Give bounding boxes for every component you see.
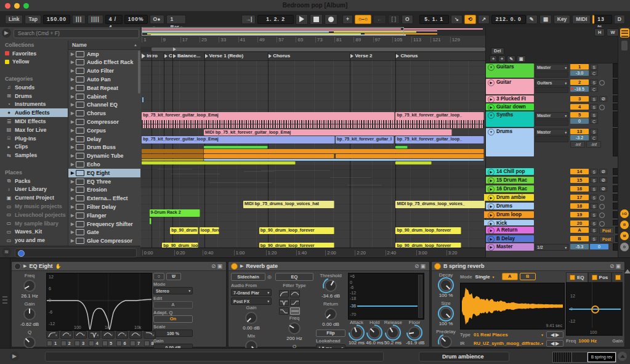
band-activator[interactable]: 7 [129,340,142,346]
solo-button[interactable]: S [590,220,598,226]
knob-dial[interactable] [288,322,301,334]
track-fold-icon[interactable]: ▶ [488,244,495,251]
sidebar-item-drums[interactable]: ⊞Drums [0,92,68,100]
clip[interactable] [204,159,484,161]
locator-chorus[interactable]: Chorus [268,53,290,59]
clip[interactable]: 9-Drum Rack 2 [150,209,200,217]
loop-brace[interactable] [151,47,485,51]
band-checkbox[interactable] [47,341,52,346]
track-name[interactable]: ▶Guitar [486,79,534,94]
band-checkbox[interactable] [130,341,135,346]
knob-sidechain-freq[interactable]: Freq200 Hz [275,315,313,341]
band-checkbox[interactable] [102,341,108,346]
capture-midi-button[interactable]: [ ] [388,15,400,24]
tab-eq[interactable]: EQ [566,272,588,282]
volume-display[interactable]: -3.2 [570,135,589,140]
place-item-packs[interactable]: ⧉Packs [0,177,68,185]
expand-arrow-icon[interactable]: ▶ [71,153,76,158]
knob-dial[interactable] [440,336,452,348]
knob-release[interactable]: Release50.2 ms [384,320,402,346]
collection-item-yellow[interactable]: Yellow [0,58,68,67]
track-number-badge[interactable]: 2 [570,79,589,85]
sidebar-item-max-for-live[interactable]: ▤Max for Live [0,126,68,134]
track-row-16-drum-rac[interactable]: ▶16 Drum Rac16S⊘ [486,185,618,192]
quantize-menu-button[interactable]: O● ▾ [150,15,165,24]
track-row-drums[interactable]: ▶Drums18S [486,203,618,209]
type-dropdown-icon[interactable]: ▾ [541,333,543,337]
solo-button[interactable]: S [590,195,598,200]
track-fold-icon[interactable]: ▶ [488,79,495,86]
track-row-kick[interactable]: ▶Kick20S [486,220,618,225]
tab-mo[interactable]: Mo [612,272,623,282]
band-activator[interactable]: 3 [74,340,87,346]
solo-button[interactable]: S [590,227,598,233]
spectrum-toggle-icon[interactable]: ○ [153,273,164,280]
expand-arrow-icon[interactable]: ▶ [71,94,76,99]
device-list-item[interactable]: ▶EQ Eight [68,169,141,177]
arm-button[interactable] [599,195,605,201]
collection-item-favorites[interactable]: Favorites [0,49,68,58]
arm-button[interactable] [599,204,605,209]
clip[interactable] [150,218,151,224]
sort-arrow-icon[interactable]: ▲ [134,43,137,47]
track-fold-icon[interactable]: ▶ [488,195,495,201]
lock-envelopes-icon[interactable]: ▣ [517,55,526,62]
group-fold-icon[interactable]: ▼ [488,129,495,135]
ir-value[interactable]: RU_UZ_synth_moog_diffracte... [474,341,541,346]
loop-brace-row[interactable] [140,47,485,52]
record-button[interactable] [325,14,337,25]
place-item-current-project[interactable]: ▣Current Project [0,193,68,202]
track-row-15-drum-rac[interactable]: ▶15 Drum Rac15S⊘ [486,177,618,184]
expand-arrow-icon[interactable]: ▶ [71,111,76,116]
no-output-icon[interactable]: ⊘ [599,169,607,174]
track-number-badge[interactable]: 4 [570,104,589,110]
knob-dial[interactable] [23,280,36,292]
delete-button[interactable]: Del [491,47,504,55]
device-list-item[interactable]: ▶Flanger [68,211,141,220]
expand-arrow-icon[interactable]: ▶ [71,171,76,176]
track-number-badge[interactable]: A [570,227,589,233]
key-map-button[interactable]: Key [554,15,571,24]
knob-freq[interactable]: Freq26.1 Hz [14,273,45,299]
track-fold-icon[interactable]: ▶ [488,169,495,175]
filter-type-highshelf-button[interactable] [279,307,289,315]
band-filter-type-select[interactable]: ▾ [143,331,156,339]
stop-button[interactable] [310,14,323,25]
track-name[interactable]: ▶Kick [486,220,534,225]
device-hotswap-save-icons[interactable]: ⊘▣ [610,263,622,269]
status-field-1[interactable] [45,352,384,362]
band-activator[interactable]: 2 [60,340,73,346]
track-name[interactable]: ▼Synths [486,111,534,127]
device-chain-strip[interactable]: B spring rev [552,352,616,363]
no-output-icon[interactable]: ⊘ [599,96,607,102]
no-output-icon[interactable]: ⊘ [599,177,607,183]
output-routing-select[interactable]: Master▾ [535,112,568,119]
sidebar-item-plug-ins[interactable]: ⌸Plug-Ins [0,134,68,143]
sidebar-item-clips[interactable]: ▸Clips [0,143,68,152]
clip[interactable]: bp_75_kit_forever_guitar_loop_ [395,136,483,144]
expand-arrow-icon[interactable]: ▶ [71,102,76,107]
clip[interactable]: MIDI bp_75_kit_forever_guitar_loop_Emaj [204,129,452,135]
track-fold-icon[interactable]: ▶ [488,104,495,110]
band-activator[interactable]: 1 [46,340,59,346]
ir-dropdown-icon[interactable]: ▾ [541,341,543,346]
knob-dial[interactable] [408,326,421,339]
knob-decay[interactable]: Decay100 % [434,272,458,298]
track-fold-icon[interactable]: ▶ [488,177,495,184]
track-number-badge[interactable]: 16 [570,186,589,192]
device-scroll-arrow[interactable] [624,269,630,273]
group-fold-icon[interactable]: ▼ [488,112,495,119]
device-list-item[interactable]: ▶Gate [68,229,141,237]
track-name[interactable]: ▶16 Drum Rac [486,185,534,192]
knob-dial[interactable] [245,312,257,324]
expand-arrow-icon[interactable]: ▶ [71,196,76,201]
nudge-up-button[interactable]: |||| [87,15,103,24]
tab-enable-checkbox[interactable] [570,275,575,280]
locator-row[interactable]: IntroCBalance...Verse 1 (Redo)ChorusVers… [140,52,485,61]
sidebar-item-sounds[interactable]: ♫Sounds [0,83,68,92]
clip[interactable]: MIDI bp_75_drums_loop_voices_hat [243,201,334,208]
clip[interactable]: bp_90_drum_loop_forever [259,227,335,234]
sidebar-item-midi-effects[interactable]: ☰MIDI Effects [0,117,68,126]
track-number-badge[interactable]: 20 [570,220,589,226]
band-checkbox[interactable] [89,341,94,346]
